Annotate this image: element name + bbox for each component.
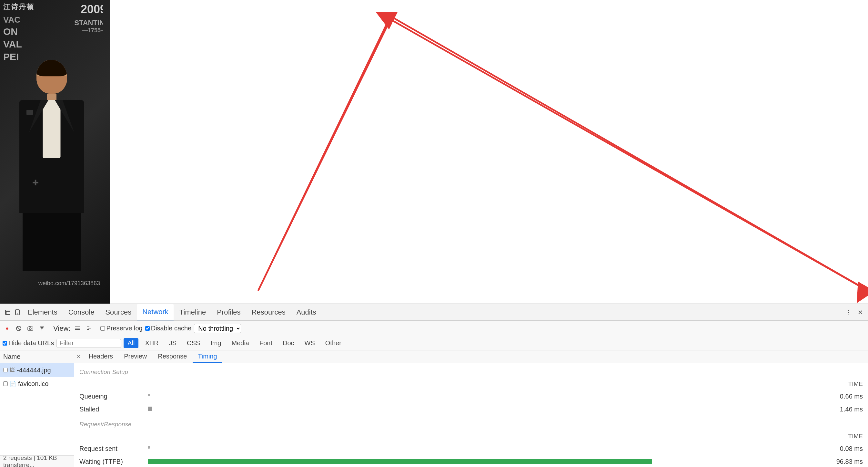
view-label: View: <box>53 324 70 333</box>
timing-col-header: TIME <box>74 378 868 390</box>
file-list-header: Name <box>0 350 74 363</box>
tab-elements[interactable]: Elements <box>23 304 63 320</box>
request-sent-bar <box>148 446 150 448</box>
filter-img-button[interactable]: Img <box>207 338 225 348</box>
file-name-1: favicon.ico <box>18 380 49 387</box>
svg-rect-18 <box>87 326 89 327</box>
svg-rect-19 <box>88 328 91 328</box>
separator-1 <box>50 325 50 332</box>
stalled-bar-container <box>148 407 820 412</box>
file-list-empty <box>0 390 74 456</box>
filter-ws-button[interactable]: WS <box>301 338 319 348</box>
filter-js-button[interactable]: JS <box>165 338 180 348</box>
filter-media-button[interactable]: Media <box>227 338 253 348</box>
tab-sources[interactable]: Sources <box>100 304 136 320</box>
queueing-label: Queueing <box>80 393 144 400</box>
queueing-bar-container <box>148 394 820 399</box>
detail-panel: × Headers Preview Response Timing Connec… <box>74 350 868 467</box>
ttfb-bar-container <box>148 459 820 464</box>
viewport: 江诗丹顿 VAC ON VAL PEI 2009 STANTINI —1755— <box>0 0 868 303</box>
time-col-label: TIME <box>848 380 863 387</box>
hide-data-urls-checkbox[interactable] <box>3 341 7 346</box>
connection-setup-header: Connection Setup <box>74 366 868 378</box>
devtools-panel: Elements Console Sources Network Timelin… <box>0 303 868 467</box>
filter-font-button[interactable]: Font <box>255 338 276 348</box>
content-area <box>110 0 868 303</box>
svg-rect-15 <box>75 326 80 327</box>
file-icon-1: 📄 <box>10 381 16 387</box>
file-name-0: -444444.jpg <box>17 367 51 374</box>
timing-content: Connection Setup TIME Queueing 0.66 ms <box>74 363 868 467</box>
devtools-tabs-bar: Elements Console Sources Network Timelin… <box>0 304 868 321</box>
detail-tab-preview[interactable]: Preview <box>119 351 152 363</box>
file-checkbox-1[interactable] <box>3 381 8 386</box>
filter-input[interactable] <box>57 339 121 348</box>
tab-console[interactable]: Console <box>63 304 100 320</box>
filter-row: Hide data URLs All XHR JS CSS Img Media … <box>0 336 868 350</box>
svg-rect-12 <box>28 327 33 330</box>
camera-button[interactable] <box>26 324 35 333</box>
disable-cache-label[interactable]: Disable cache <box>151 325 192 332</box>
hide-data-urls-label[interactable]: Hide data URLs <box>8 340 54 347</box>
ttfb-label: Waiting (TTFB) <box>80 458 144 465</box>
svg-rect-17 <box>75 329 80 330</box>
timing-row-ttfb: Waiting (TTFB) 96.83 ms <box>74 455 868 467</box>
tab-resources[interactable]: Resources <box>247 304 291 320</box>
filter-css-button[interactable]: CSS <box>183 338 204 348</box>
disable-cache-checkbox[interactable] <box>145 326 150 331</box>
filter-doc-button[interactable]: Doc <box>279 338 298 348</box>
queueing-bar <box>148 394 150 396</box>
stalled-label: Stalled <box>80 406 144 413</box>
stop-button[interactable] <box>14 324 23 333</box>
triangle-visualization <box>110 0 868 303</box>
timing-row-request-sent: Request sent 0.08 ms <box>74 442 868 455</box>
svg-point-9 <box>17 313 18 314</box>
preserve-log-label[interactable]: Preserve log <box>106 325 142 332</box>
filter-other-button[interactable]: Other <box>321 338 345 348</box>
tab-timeline[interactable]: Timeline <box>174 304 211 320</box>
detail-tabs: × Headers Preview Response Timing <box>74 350 868 363</box>
timing-col-header-2: TIME <box>74 431 868 442</box>
tab-network[interactable]: Network <box>137 304 174 320</box>
svg-line-11 <box>18 327 20 330</box>
inspect-icon[interactable] <box>3 308 12 317</box>
disable-cache-group: Disable cache <box>145 325 192 332</box>
file-item-0[interactable]: 🖼 -444444.jpg <box>0 363 74 377</box>
tab-profiles[interactable]: Profiles <box>212 304 246 320</box>
photo-watermark: weibo.com/1791363863 <box>38 280 100 287</box>
bg-text-topleft: 江诗丹顿 VAC ON VAL PEI <box>3 3 34 63</box>
name-column-label: Name <box>3 353 20 360</box>
filter-all-button[interactable]: All <box>124 338 138 348</box>
svg-point-13 <box>29 328 31 330</box>
svg-rect-5 <box>5 310 10 315</box>
detail-close-button[interactable]: × <box>77 353 80 360</box>
mobile-icon[interactable] <box>13 308 22 317</box>
svg-marker-14 <box>40 326 44 330</box>
detail-tab-headers[interactable]: Headers <box>84 351 118 363</box>
list-view-button[interactable] <box>73 324 82 333</box>
stalled-value: 1.46 ms <box>824 406 863 413</box>
filter-button[interactable] <box>37 324 46 333</box>
timing-row-queueing: Queueing 0.66 ms <box>74 390 868 403</box>
file-checkbox-0[interactable] <box>3 368 8 372</box>
file-item-1[interactable]: 📄 favicon.ico <box>0 377 74 390</box>
close-devtools-icon[interactable]: ✕ <box>856 308 865 317</box>
detail-tab-timing[interactable]: Timing <box>193 351 222 363</box>
tab-audits[interactable]: Audits <box>291 304 321 320</box>
timing-row-stalled: Stalled 1.46 ms <box>74 403 868 416</box>
file-list: Name 🖼 -444444.jpg 📄 favicon.ico 2 reque… <box>0 350 74 467</box>
bg-text-topright: 2009 STANTINI —1755— <box>74 3 103 34</box>
preserve-log-group: Preserve log <box>100 325 142 332</box>
more-options-icon[interactable]: ⋮ <box>844 308 853 317</box>
ttfb-value: 96.83 ms <box>824 458 863 465</box>
preserve-log-checkbox[interactable] <box>100 326 105 331</box>
filter-xhr-button[interactable]: XHR <box>141 338 162 348</box>
record-button[interactable]: ● <box>3 324 11 333</box>
detail-tab-response[interactable]: Response <box>153 351 192 363</box>
request-sent-bar-container <box>148 446 820 451</box>
throttle-select[interactable]: No throttling 2G 3G 4G WiFi <box>194 324 241 333</box>
waterfall-view-button[interactable] <box>85 324 94 333</box>
separator-2 <box>97 325 97 332</box>
svg-rect-20 <box>87 329 89 330</box>
time-col-label-2: TIME <box>848 433 863 440</box>
